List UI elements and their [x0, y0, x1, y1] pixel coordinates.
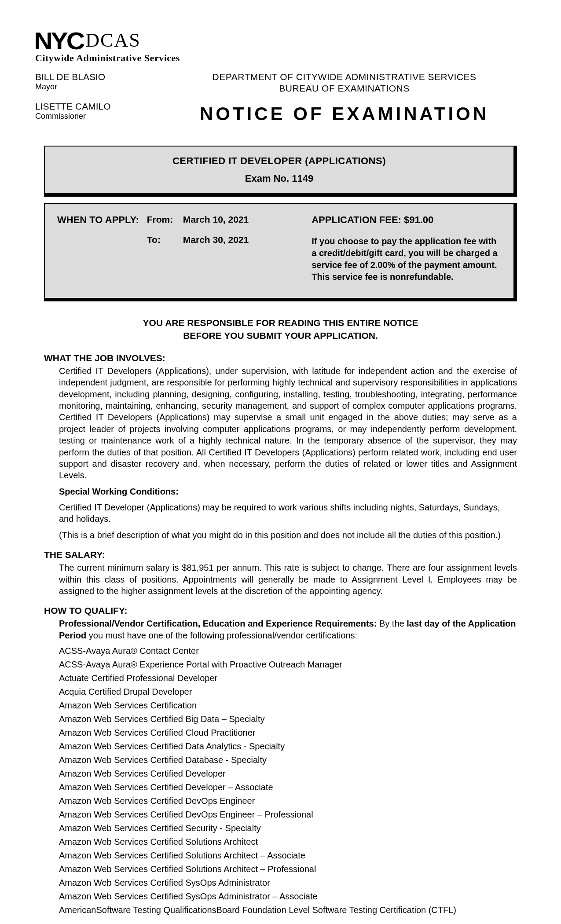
certification-item: AmericanSoftware Testing QualificationsB…	[59, 903, 517, 917]
job-heading: WHAT THE JOB INVOLVES:	[44, 353, 517, 363]
job-description: Certified IT Developers (Applications), …	[59, 365, 517, 481]
when-label: WHEN TO APPLY:	[57, 214, 139, 283]
salary-body: The current minimum salary is $81,951 pe…	[59, 562, 517, 597]
certification-item: Amazon Web Services Certified DevOps Eng…	[59, 794, 517, 808]
from-date: March 10, 2021	[183, 214, 249, 225]
qualify-intro: Professional/Vendor Certification, Educa…	[59, 618, 517, 642]
salary-section: THE SALARY: The current minimum salary i…	[44, 550, 517, 597]
qualify-intro-mid: By the	[377, 619, 407, 628]
department-line: DEPARTMENT OF CITYWIDE ADMINISTRATIVE SE…	[163, 72, 526, 82]
fee-label: APPLICATION FEE: $91.00	[312, 214, 501, 226]
qualify-intro-tail: you must have one of the following profe…	[86, 631, 357, 640]
officials-block: BILL DE BLASIO Mayor LISETTE CAMILO Comm…	[35, 72, 145, 131]
logo-subtitle: Citywide Administrative Services	[35, 52, 526, 64]
bureau-line: BUREAU OF EXAMINATIONS	[163, 83, 526, 94]
job-brief-note: (This is a brief description of what you…	[59, 529, 517, 541]
certification-item: Amazon Web Services Certified SysOps Adm…	[59, 876, 517, 890]
job-section: WHAT THE JOB INVOLVES: Certified IT Deve…	[44, 353, 517, 541]
center-header: DEPARTMENT OF CITYWIDE ADMINISTRATIVE SE…	[163, 72, 526, 131]
certification-item: ACSS-Avaya Aura® Experience Portal with …	[59, 658, 517, 671]
exam-number: Exam No. 1149	[55, 173, 503, 184]
logo-nyc: NYC	[34, 26, 83, 55]
fee-note: If you choose to pay the application fee…	[312, 235, 501, 283]
certification-item: Amazon Web Services Certified Solutions …	[59, 862, 517, 876]
certification-item: Amazon Web Services Certified Security -…	[59, 821, 517, 835]
header-row: BILL DE BLASIO Mayor LISETTE CAMILO Comm…	[35, 72, 526, 131]
certification-item: Actuate Certified Professional Developer	[59, 671, 517, 685]
to-date: March 30, 2021	[183, 235, 249, 245]
mayor-name: BILL DE BLASIO	[35, 72, 145, 82]
notice-title: NOTICE OF EXAMINATION	[163, 103, 526, 125]
commissioner-block: LISETTE CAMILO Commissioner	[35, 101, 145, 121]
to-label: To:	[147, 235, 175, 245]
mayor-block: BILL DE BLASIO Mayor	[35, 72, 145, 92]
responsibility-line1: YOU ARE RESPONSIBLE FOR READING THIS ENT…	[35, 316, 526, 329]
commissioner-name: LISETTE CAMILO	[35, 101, 145, 112]
responsibility-line2: BEFORE YOU SUBMIT YOUR APPLICATION.	[35, 329, 526, 342]
certification-item: Amazon Web Services Certification	[59, 699, 517, 712]
mayor-title: Mayor	[35, 82, 145, 92]
logo-dcas: DCAS	[85, 29, 140, 51]
special-working-head: Special Working Conditions:	[59, 486, 517, 497]
salary-heading: THE SALARY:	[44, 550, 517, 560]
certification-item: ACSS-Avaya Aura® Contact Center	[59, 644, 517, 658]
certification-item: Amazon Web Services Certified Big Data –…	[59, 712, 517, 726]
certification-item: Amazon Web Services Certified Solutions …	[59, 849, 517, 862]
fee-block: APPLICATION FEE: $91.00 If you choose to…	[312, 214, 501, 283]
certification-item: Amazon Web Services Certified Cloud Prac…	[59, 726, 517, 740]
certification-item: Amazon Web Services Certified Solutions …	[59, 835, 517, 849]
special-working-body: Certified IT Developer (Applications) ma…	[59, 502, 517, 525]
commissioner-title: Commissioner	[35, 112, 145, 121]
certification-item: Amazon Web Services Certified Database -…	[59, 753, 517, 767]
exam-title: CERTIFIED IT DEVELOPER (APPLICATIONS)	[55, 155, 503, 167]
responsibility-notice: YOU ARE RESPONSIBLE FOR READING THIS ENT…	[35, 316, 526, 342]
certification-item: Amazon Web Services Certified DevOps Eng…	[59, 808, 517, 821]
apply-fee-panel: WHEN TO APPLY: From: March 10, 2021 To: …	[44, 203, 517, 301]
qualify-heading: HOW TO QUALIFY:	[44, 605, 517, 616]
logo-block: NYCDCAS Citywide Administrative Services	[35, 26, 526, 64]
certification-item: Amazon Web Services Certified Developer	[59, 767, 517, 781]
exam-title-panel: CERTIFIED IT DEVELOPER (APPLICATIONS) Ex…	[44, 146, 517, 197]
qualify-section: HOW TO QUALIFY: Professional/Vendor Cert…	[44, 605, 517, 917]
certification-list: ACSS-Avaya Aura® Contact CenterACSS-Avay…	[59, 644, 517, 917]
certification-item: Amazon Web Services Certified Data Analy…	[59, 740, 517, 753]
certification-item: Amazon Web Services Certified SysOps Adm…	[59, 890, 517, 903]
qualify-intro-bold1: Professional/Vendor Certification, Educa…	[59, 619, 377, 628]
when-to-apply: WHEN TO APPLY: From: March 10, 2021 To: …	[57, 214, 298, 283]
from-label: From:	[147, 214, 175, 225]
certification-item: Acquia Certified Drupal Developer	[59, 685, 517, 699]
certification-item: Amazon Web Services Certified Developer …	[59, 781, 517, 794]
